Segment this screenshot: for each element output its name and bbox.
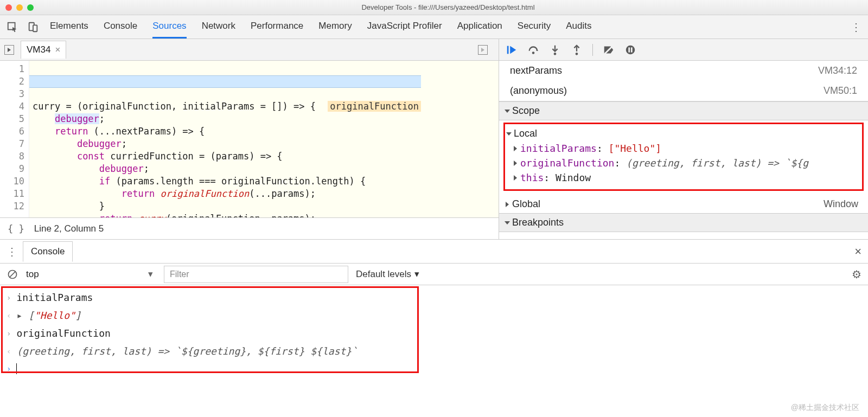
chevron-down-icon[interactable]	[506, 132, 512, 136]
var-value: Window	[556, 172, 591, 183]
toggle-navigator-icon[interactable]	[4, 45, 14, 55]
console-settings-icon[interactable]: ⚙	[852, 268, 861, 281]
more-menu-icon[interactable]: ⋮	[851, 21, 861, 34]
chevron-right-icon	[506, 202, 509, 207]
chevron-right-icon	[514, 146, 517, 151]
var-name: initialParams	[520, 143, 597, 154]
stack-frame[interactable]: nextParams VM34:12	[499, 61, 868, 81]
scope-variable[interactable]: originalFunction: (greeting, first, last…	[506, 156, 861, 170]
clear-console-icon[interactable]	[7, 268, 18, 280]
chevron-down-icon: ▾	[414, 268, 419, 280]
stack-frame-location: VM34:12	[818, 65, 857, 76]
drawer-tab-console[interactable]: Console	[23, 241, 73, 262]
console-row-text: originalFunction	[16, 328, 110, 339]
highlight-annotation: Local initialParams: ["Hello"] originalF…	[503, 123, 864, 191]
tab-network[interactable]: Network	[202, 15, 235, 39]
step-into-icon[interactable]	[549, 44, 561, 56]
file-tab-label: VM34	[27, 44, 50, 55]
devtools-main-tabs: Elements Console Sources Network Perform…	[0, 15, 868, 39]
close-drawer-icon[interactable]: ×	[854, 245, 861, 259]
svg-point-4	[532, 52, 535, 54]
minimize-window-icon[interactable]	[16, 4, 23, 11]
svg-point-6	[576, 53, 578, 55]
tab-application[interactable]: Application	[457, 15, 502, 39]
pretty-print-icon[interactable]: { }	[8, 223, 24, 234]
global-scope-row[interactable]: Global Window	[499, 195, 868, 213]
close-window-icon[interactable]	[5, 4, 12, 11]
tab-elements[interactable]: Elements	[50, 15, 88, 39]
row-chevron-icon: ‹	[7, 311, 11, 320]
svg-rect-3	[507, 46, 509, 54]
svg-rect-10	[631, 47, 633, 52]
traffic-lights	[5, 4, 34, 11]
context-value: top	[26, 269, 39, 280]
row-chevron-icon: ›	[7, 329, 11, 338]
svg-point-8	[626, 45, 635, 54]
console-row[interactable]: ‹▸ ["Hello"]	[5, 306, 863, 324]
breakpoints-section-header[interactable]: Breakpoints	[499, 213, 868, 232]
resume-icon[interactable]	[506, 44, 518, 56]
row-chevron-icon: ‹	[7, 347, 11, 356]
var-name: originalFunction	[520, 157, 614, 169]
svg-point-5	[554, 53, 557, 55]
step-over-icon[interactable]	[527, 44, 539, 56]
console-row[interactable]: ›initialParams	[5, 288, 863, 306]
tab-performance[interactable]: Performance	[251, 15, 303, 39]
maximize-window-icon[interactable]	[27, 4, 34, 11]
drawer-tab-bar: ⋮ Console ×	[0, 240, 868, 264]
tab-audits[interactable]: Audits	[566, 15, 591, 39]
console-row-text: ▸ ["Hello"]	[16, 310, 81, 321]
console-row-text: (greeting, first, last) => `${greeting},…	[16, 345, 358, 357]
editor-status-bar: { } Line 2, Column 5	[0, 217, 499, 239]
console-row-text: initialParams	[16, 292, 93, 303]
scope-variable[interactable]: initialParams: ["Hello"]	[506, 141, 861, 156]
chevron-right-icon	[514, 161, 517, 166]
var-name: this	[520, 172, 544, 183]
svg-rect-9	[628, 47, 630, 52]
file-tab-bar: VM34 ×	[0, 39, 499, 61]
watermark: @稀土掘金技术社区	[791, 403, 859, 413]
log-levels-selector[interactable]: Default levels ▾	[356, 268, 419, 280]
window-titlebar: Developer Tools - file:///Users/yazeed/D…	[0, 0, 868, 15]
step-out-icon[interactable]	[571, 44, 583, 56]
console-row[interactable]: ›originalFunction	[5, 324, 863, 342]
var-value: (greeting, first, last) => `${g	[626, 157, 808, 169]
deactivate-breakpoints-icon[interactable]	[603, 44, 615, 56]
tab-js-profiler[interactable]: JavaScript Profiler	[367, 15, 442, 39]
file-tab-vm34[interactable]: VM34 ×	[21, 41, 66, 59]
close-file-tab-icon[interactable]: ×	[55, 44, 60, 55]
text-cursor	[16, 363, 17, 374]
inspect-element-icon[interactable]	[7, 21, 18, 33]
more-file-options-icon[interactable]	[478, 45, 488, 55]
tabs-list: Elements Console Sources Network Perform…	[50, 15, 592, 39]
console-row[interactable]: ‹(greeting, first, last) => `${greeting}…	[5, 342, 863, 360]
pause-on-exceptions-icon[interactable]	[624, 44, 636, 56]
filter-input[interactable]: Filter	[164, 266, 348, 283]
tab-memory[interactable]: Memory	[318, 15, 352, 39]
device-toolbar-icon[interactable]	[27, 21, 39, 33]
scope-section-header[interactable]: Scope	[499, 101, 868, 120]
code-editor[interactable]: 123456789101112 curry = (originalFunctio…	[0, 61, 499, 217]
tab-security[interactable]: Security	[518, 15, 551, 39]
call-stack: nextParams VM34:12 (anonymous) VM50:1	[499, 61, 868, 101]
console-body[interactable]: ›initialParams‹▸ ["Hello"]›originalFunct…	[0, 285, 868, 381]
window-title: Developer Tools - file:///Users/yazeed/D…	[34, 3, 863, 11]
context-selector[interactable]: top ▾	[26, 268, 156, 280]
console-prompt[interactable]: ›	[5, 360, 863, 377]
svg-rect-2	[33, 25, 37, 31]
scope-label: Scope	[512, 105, 540, 117]
stack-frame[interactable]: (anonymous) VM50:1	[499, 81, 868, 101]
prompt-chevron-icon: ›	[7, 364, 11, 373]
line-gutter: 123456789101112	[0, 61, 29, 217]
stack-frame-name: nextParams	[510, 65, 562, 76]
cursor-position: Line 2, Column 5	[34, 223, 104, 234]
scope-variable[interactable]: this: Window	[506, 170, 861, 185]
tab-console[interactable]: Console	[104, 15, 137, 39]
code-area[interactable]: curry = (originalFunction, initialParams…	[29, 61, 421, 217]
tab-sources[interactable]: Sources	[152, 15, 186, 39]
stack-frame-name: (anonymous)	[510, 85, 567, 97]
svg-line-12	[10, 272, 15, 277]
scope-body: Local initialParams: ["Hello"] originalF…	[499, 120, 868, 195]
chevron-down-icon	[505, 110, 510, 113]
drawer-more-icon[interactable]: ⋮	[7, 245, 17, 258]
